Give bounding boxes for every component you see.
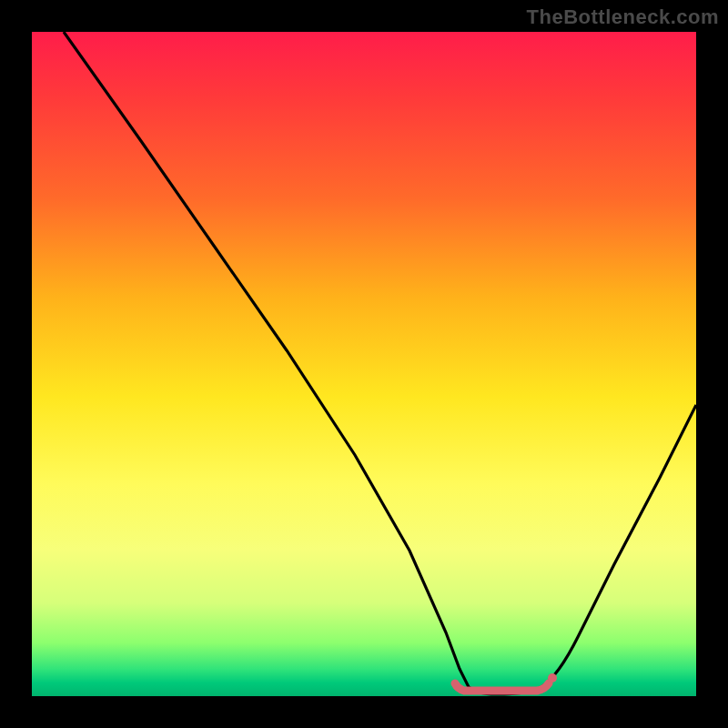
bottleneck-curve <box>64 32 696 694</box>
trough-marker-end-dot <box>548 673 557 682</box>
trough-marker <box>455 683 549 691</box>
chart-frame: TheBottleneck.com <box>0 0 728 728</box>
watermark-text: TheBottleneck.com <box>527 5 719 29</box>
plot-area <box>32 32 696 696</box>
curve-layer <box>32 32 696 696</box>
